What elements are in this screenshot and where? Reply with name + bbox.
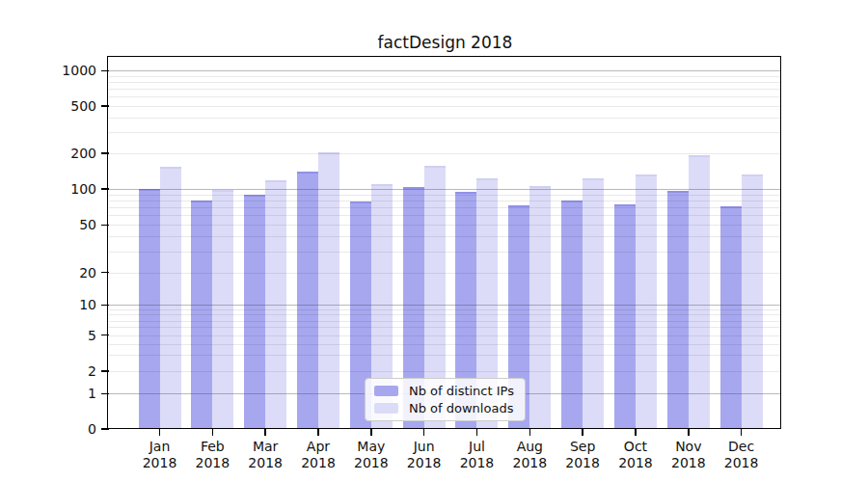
x-tick-mark-jan xyxy=(159,429,161,436)
y-tick-label-1000: 1000 xyxy=(27,64,96,77)
y-gridline-minor-500 xyxy=(109,106,781,107)
y-tick-label-200: 200 xyxy=(27,147,96,160)
y-tick-label-500: 500 xyxy=(27,99,96,113)
y-gridline-minor-300 xyxy=(109,132,781,133)
y-gridline-minor-4 xyxy=(109,344,781,345)
y-tick-mark-50 xyxy=(101,225,109,227)
x-tick-mark-oct xyxy=(635,429,637,436)
x-tick-label-may: May2018 xyxy=(344,439,398,471)
x-tick-label-apr: Apr2018 xyxy=(291,439,345,471)
y-gridline-minor-80 xyxy=(109,201,781,201)
y-gridline-minor-8 xyxy=(109,314,781,315)
x-tick-mark-aug xyxy=(529,429,531,436)
x-tick-year: 2018 xyxy=(397,455,451,471)
bar-downloads-oct xyxy=(636,174,657,429)
y-gridline-major-10 xyxy=(109,305,781,306)
x-tick-year: 2018 xyxy=(609,455,663,471)
y-tick-mark-20 xyxy=(101,272,109,274)
x-tick-mark-apr xyxy=(317,429,319,436)
x-tick-month: Mar xyxy=(238,439,292,455)
y-gridline-minor-40 xyxy=(109,236,781,237)
x-tick-mark-feb xyxy=(212,429,214,436)
x-tick-mark-sep xyxy=(582,429,583,436)
y-gridline-minor-90 xyxy=(109,195,781,196)
y-tick-mark-1000 xyxy=(101,70,109,72)
x-tick-label-mar: Mar2018 xyxy=(238,439,292,471)
x-tick-label-jan: Jan2018 xyxy=(133,439,187,471)
y-gridline-minor-600 xyxy=(109,96,781,97)
x-tick-year: 2018 xyxy=(185,455,239,471)
x-tick-year: 2018 xyxy=(344,455,398,471)
y-tick-label-2: 2 xyxy=(27,364,96,378)
y-gridline-minor-400 xyxy=(109,118,781,119)
x-tick-label-oct: Oct2018 xyxy=(609,439,663,471)
y-tick-mark-0 xyxy=(101,428,109,430)
x-tick-year: 2018 xyxy=(662,455,716,471)
y-tick-label-1: 1 xyxy=(27,387,96,400)
y-gridline-minor-3 xyxy=(109,355,781,356)
x-tick-year: 2018 xyxy=(715,455,769,471)
legend-item-distinct-ips: Nb of distinct IPs xyxy=(366,384,525,398)
x-tick-month: Dec xyxy=(715,439,769,455)
y-tick-label-10: 10 xyxy=(27,298,96,311)
x-tick-label-nov: Nov2018 xyxy=(662,439,716,471)
y-tick-label-5: 5 xyxy=(27,329,96,342)
y-tick-mark-10 xyxy=(101,305,109,307)
x-tick-month: Sep xyxy=(556,439,610,455)
y-gridline-minor-70 xyxy=(109,207,781,208)
x-tick-year: 2018 xyxy=(449,455,503,471)
y-gridline-minor-60 xyxy=(109,215,781,216)
x-tick-label-jul: Jul2018 xyxy=(449,439,503,471)
x-tick-label-feb: Feb2018 xyxy=(185,439,239,471)
x-tick-month: Feb xyxy=(185,439,239,455)
y-tick-mark-100 xyxy=(101,188,109,190)
x-tick-month: Jun xyxy=(397,439,451,455)
y-gridline-minor-6 xyxy=(109,327,781,328)
x-tick-label-sep: Sep2018 xyxy=(556,439,610,471)
x-tick-year: 2018 xyxy=(291,455,345,471)
x-tick-month: Nov xyxy=(662,439,716,455)
y-tick-mark-200 xyxy=(101,152,109,154)
y-gridline-minor-700 xyxy=(109,89,781,90)
x-tick-year: 2018 xyxy=(133,455,187,471)
y-gridline-minor-9 xyxy=(109,309,781,310)
x-tick-month: Aug xyxy=(502,439,556,455)
y-gridline-minor-20 xyxy=(109,273,781,274)
legend-label: Nb of downloads xyxy=(409,401,513,415)
x-tick-month: May xyxy=(344,439,398,455)
bar-downloads-dec xyxy=(742,174,763,429)
bar-chart-figure: factDesign 2018 01251020501002005001000J… xyxy=(0,0,868,482)
legend: Nb of distinct IPsNb of downloads xyxy=(365,378,526,421)
x-tick-mark-dec xyxy=(741,429,743,436)
y-gridline-minor-900 xyxy=(109,76,781,77)
y-gridline-minor-2 xyxy=(109,371,781,372)
x-tick-month: Jan xyxy=(133,439,187,455)
legend-swatch xyxy=(374,386,398,396)
legend-item-downloads: Nb of downloads xyxy=(366,401,525,415)
y-gridline-minor-200 xyxy=(109,153,781,154)
y-tick-label-20: 20 xyxy=(27,266,96,280)
x-tick-mark-jun xyxy=(423,429,425,436)
bar-distinct-ips-apr xyxy=(297,172,318,429)
x-tick-month: Oct xyxy=(609,439,663,455)
y-tick-label-50: 50 xyxy=(27,218,96,231)
x-tick-label-aug: Aug2018 xyxy=(502,439,556,471)
y-tick-mark-2 xyxy=(101,370,109,372)
y-tick-label-100: 100 xyxy=(27,182,96,196)
y-gridline-minor-5 xyxy=(109,335,781,336)
bar-downloads-nov xyxy=(689,155,710,429)
chart-title: factDesign 2018 xyxy=(109,33,781,52)
x-tick-mark-mar xyxy=(264,429,266,436)
y-gridline-minor-50 xyxy=(109,225,781,226)
x-tick-year: 2018 xyxy=(556,455,610,471)
x-tick-mark-jul xyxy=(476,429,478,436)
x-tick-label-dec: Dec2018 xyxy=(715,439,769,471)
legend-swatch xyxy=(374,403,398,414)
y-gridline-major-1000 xyxy=(109,70,781,71)
x-tick-year: 2018 xyxy=(238,455,292,471)
y-tick-mark-5 xyxy=(101,335,109,336)
bar-downloads-aug xyxy=(529,186,551,429)
x-tick-month: Apr xyxy=(291,439,345,455)
y-gridline-minor-7 xyxy=(109,321,781,322)
y-gridline-major-100 xyxy=(109,189,781,190)
